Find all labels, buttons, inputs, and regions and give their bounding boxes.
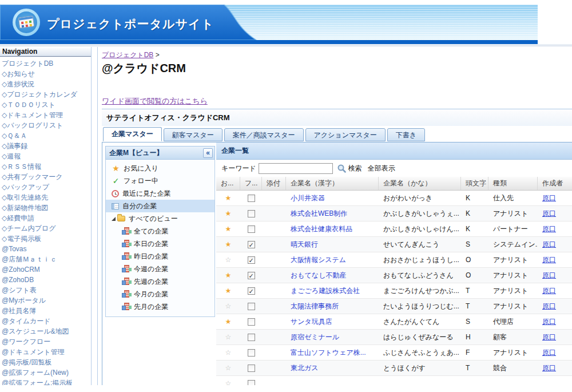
- follow-checkbox[interactable]: [248, 195, 255, 202]
- tab-active[interactable]: 企業マスター: [103, 127, 162, 141]
- sidebar-item[interactable]: @Myポータル: [0, 295, 91, 306]
- column-header[interactable]: お...: [216, 177, 240, 190]
- column-header[interactable]: 頭文字: [461, 177, 488, 190]
- follow-checkbox[interactable]: [248, 210, 255, 217]
- show-all-button[interactable]: 全部表示: [368, 164, 395, 173]
- sidebar-item[interactable]: @Tovas: [0, 244, 91, 254]
- collapse-panel-button[interactable]: «: [203, 148, 213, 158]
- creator-link[interactable]: 原口: [542, 240, 556, 248]
- creator-link[interactable]: 原口: [542, 333, 556, 341]
- sidebar-item[interactable]: @シフト表: [0, 285, 91, 295]
- follow-checkbox[interactable]: ✓: [248, 256, 255, 264]
- sidebar-item[interactable]: ◇進捗状況: [0, 79, 91, 89]
- sidebar-item[interactable]: ◇バックアップ: [0, 182, 91, 192]
- creator-link[interactable]: 原口: [542, 271, 556, 279]
- sidebar-item[interactable]: @ZohoCRM: [0, 264, 91, 275]
- sidebar-item[interactable]: ◇議事録: [0, 141, 91, 151]
- follow-checkbox[interactable]: [248, 303, 255, 310]
- tree-item[interactable]: 先月の企業: [106, 300, 214, 313]
- tab-item[interactable]: アクションマスター: [305, 128, 386, 141]
- company-name-link[interactable]: 富士山ソフトウェア株...: [291, 349, 366, 357]
- tree-item[interactable]: 今月の企業: [106, 288, 214, 300]
- creator-link[interactable]: 原口: [542, 287, 556, 295]
- sidebar-item[interactable]: ◇電子掲示板: [0, 233, 91, 244]
- favorite-star-icon[interactable]: ★: [216, 268, 240, 283]
- sidebar-item[interactable]: @店舗Ｍａｔｉｃ: [0, 254, 91, 264]
- sidebar-item[interactable]: ◇ドキュメント管理: [0, 110, 91, 120]
- column-header[interactable]: 種類: [488, 177, 538, 190]
- sidebar-item[interactable]: ◇プロジェクトカレンダ: [0, 89, 91, 100]
- tree-item[interactable]: すべてのビュー: [106, 212, 214, 225]
- column-header[interactable]: 企業名（漢字）: [286, 177, 379, 190]
- tree-item[interactable]: 本日の企業: [106, 237, 214, 250]
- company-name-link[interactable]: 東北ガス: [291, 364, 319, 372]
- sidebar-item[interactable]: @ワークフロー: [0, 336, 91, 347]
- sidebar-item[interactable]: @掲示板/回覧板: [0, 357, 91, 367]
- column-header[interactable]: フ...: [240, 177, 262, 190]
- sidebar-item[interactable]: @ドキュメント管理: [0, 347, 91, 357]
- tab-item[interactable]: 下書き: [387, 128, 425, 141]
- column-header[interactable]: 企業名（かな）: [379, 177, 461, 190]
- follow-checkbox[interactable]: ✓: [248, 287, 255, 295]
- sidebar-item[interactable]: ◇ＴＯＤＯリスト: [0, 100, 91, 110]
- breadcrumb-link[interactable]: プロジェクトDB: [102, 51, 153, 59]
- company-name-link[interactable]: 晴天銀行: [291, 240, 318, 248]
- creator-link[interactable]: 原口: [542, 256, 556, 264]
- creator-link[interactable]: 原口: [542, 318, 556, 326]
- sidebar-item[interactable]: @スケジュール&地図: [0, 326, 91, 336]
- favorite-star-icon[interactable]: ☆: [216, 252, 240, 267]
- creator-link[interactable]: 原口: [542, 194, 556, 202]
- sidebar-item[interactable]: @社員名簿: [0, 306, 91, 316]
- sidebar-item[interactable]: ◇ＲＳＳ情報: [0, 161, 91, 172]
- follow-checkbox[interactable]: [248, 349, 255, 357]
- company-name-link[interactable]: 大阪情報システム: [291, 256, 346, 264]
- sidebar-item[interactable]: ◇共有ブックマーク: [0, 172, 91, 182]
- favorite-star-icon[interactable]: ☆: [216, 299, 240, 314]
- company-name-link[interactable]: 太陽法律事務所: [291, 302, 339, 310]
- tree-item[interactable]: 今週の企業: [106, 263, 214, 275]
- search-button[interactable]: 検索: [348, 164, 362, 173]
- favorite-star-icon[interactable]: ☆: [216, 330, 240, 345]
- follow-checkbox[interactable]: [248, 365, 255, 372]
- favorite-star-icon[interactable]: ☆: [216, 345, 240, 360]
- creator-link[interactable]: 原口: [542, 364, 556, 372]
- favorite-star-icon[interactable]: ★: [216, 283, 240, 298]
- sidebar-item[interactable]: ◇週報: [0, 151, 91, 161]
- wide-view-link[interactable]: ワイド画面で閲覧の方はこちら: [102, 96, 208, 106]
- sidebar-item[interactable]: @タイムカード: [0, 316, 91, 326]
- creator-link[interactable]: 原口: [542, 349, 556, 357]
- sidebar-item[interactable]: ◇経費申請: [0, 213, 91, 223]
- tab-item[interactable]: 顧客マスター: [164, 128, 223, 141]
- tree-item[interactable]: ✓フォロー中: [106, 175, 214, 187]
- company-name-link[interactable]: 株式会社健康衣料品: [291, 225, 352, 233]
- expand-arrow-icon[interactable]: [112, 217, 116, 221]
- company-name-link[interactable]: 小川井楽器: [291, 194, 325, 202]
- tree-item[interactable]: 最近に見た企業: [106, 187, 214, 200]
- follow-checkbox[interactable]: ✓: [248, 241, 255, 248]
- follow-checkbox[interactable]: [248, 334, 255, 341]
- sidebar-item[interactable]: プロジェクトDB: [0, 58, 91, 69]
- creator-link[interactable]: 原口: [542, 209, 556, 217]
- sidebar-item[interactable]: ◇Ｑ＆Ａ: [0, 130, 91, 141]
- creator-link[interactable]: 原口: [542, 302, 556, 310]
- tab-item[interactable]: 案件／商談マスター: [224, 128, 304, 141]
- company-name-link[interactable]: おもてなし不動産: [291, 271, 346, 279]
- favorite-star-icon[interactable]: ☆: [216, 361, 240, 375]
- company-name-link[interactable]: 原宿ゼミナール: [291, 333, 339, 341]
- follow-checkbox[interactable]: [248, 318, 255, 326]
- keyword-input[interactable]: [259, 163, 333, 174]
- favorite-star-icon[interactable]: ★: [216, 191, 240, 205]
- tree-item[interactable]: ★お気に入り: [106, 162, 214, 175]
- favorite-star-icon[interactable]: ★: [216, 206, 240, 221]
- follow-checkbox[interactable]: [248, 225, 255, 233]
- favorite-star-icon[interactable]: ★: [216, 237, 240, 252]
- sidebar-item[interactable]: ◇新築物件地図: [0, 203, 91, 213]
- column-header[interactable]: 作成者: [538, 177, 572, 190]
- tree-item[interactable]: 自分の企業: [106, 200, 214, 212]
- sidebar-item[interactable]: @ZohoDB: [0, 275, 91, 285]
- company-name-link[interactable]: サンタ玩具店: [291, 318, 332, 326]
- tree-item[interactable]: 全ての企業: [106, 225, 214, 237]
- follow-checkbox[interactable]: ✓: [248, 272, 255, 279]
- column-header[interactable]: 添付: [262, 177, 286, 190]
- favorite-star-icon[interactable]: ★: [216, 221, 240, 236]
